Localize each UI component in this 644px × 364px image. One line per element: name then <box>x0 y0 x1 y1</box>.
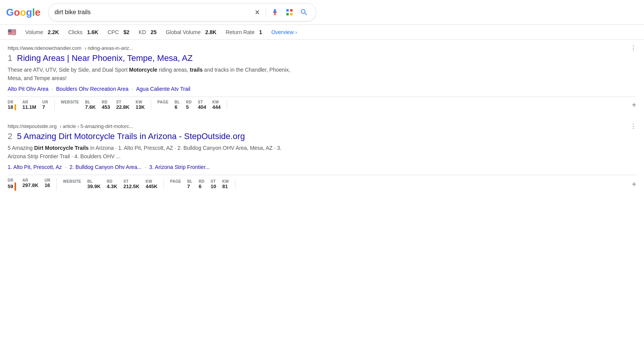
website-label: WEBSITE <box>61 100 79 104</box>
page-label: PAGE <box>170 179 181 184</box>
result-title-link[interactable]: 5 Amazing Dirt Motorcycle Trails in Ariz… <box>17 131 245 141</box>
st-page-value: 212.5K <box>123 184 139 189</box>
result-snippet: 5 Amazing Dirt Motorcycle Trails in Ariz… <box>8 144 295 161</box>
flag-icon: 🇺🇸 <box>8 28 16 36</box>
metric-page: PAGE <box>157 100 168 110</box>
result-url: https://stepoutside.org <box>8 123 57 129</box>
result-menu-dots[interactable]: ⋮ <box>630 44 636 52</box>
bl-page-value: 7.6K <box>85 104 95 110</box>
ar-label: AR <box>22 100 28 104</box>
sitelink[interactable]: 1. Alto Pit, Prescott, Az <box>8 164 62 170</box>
stats-bar: 🇺🇸 Volume 2.2K Clicks 1.6K CPC $2 KD 25 … <box>0 25 644 40</box>
rd-domain-label: RD <box>186 100 192 104</box>
lens-button[interactable] <box>284 7 295 18</box>
bl-domain-value: 7 <box>187 184 190 189</box>
metric-kw-page: KW 445K <box>145 179 157 189</box>
result-number-title: 2 5 Amazing Dirt Motorcycle Trails in Ar… <box>8 131 636 141</box>
page-value <box>170 184 172 189</box>
rd-domain-value: 6 <box>199 184 201 189</box>
result-menu-dots[interactable]: ⋮ <box>630 123 636 130</box>
result-breadcrumb: › article › 5-amazing-dirt-motorc... <box>60 123 133 129</box>
st-domain-label: ST <box>198 100 203 104</box>
metric-group-dr: DR 18 AR 11.1M UR 7 <box>8 100 55 110</box>
kw-page-label: KW <box>145 179 152 184</box>
metric-ar: AR 11.1M <box>22 100 36 110</box>
page-value <box>157 104 159 110</box>
sitelinks: 1. Alto Pit, Prescott, Az · 2. Bulldog C… <box>8 164 636 170</box>
sitelink[interactable]: Boulders Ohv Recreation Area <box>56 86 129 92</box>
cpc-stat: CPC $2 <box>108 29 129 35</box>
metric-bl-domain: BL 6 <box>175 100 180 110</box>
dr-bar <box>15 104 16 110</box>
kw-page-label: KW <box>136 100 142 104</box>
bl-page-label: BL <box>87 179 93 184</box>
bl-page-value: 39.9K <box>87 184 101 189</box>
metric-rd-page: RD 4.3K <box>107 179 117 189</box>
rd-domain-label: RD <box>199 179 204 184</box>
add-button[interactable]: + <box>632 180 636 189</box>
rd-page-value: 453 <box>102 104 110 110</box>
bl-page-label: BL <box>85 100 90 104</box>
voice-search-button[interactable] <box>269 7 281 18</box>
metrics-row: DR 18 AR 11.1M UR 7 WEBSITE <box>8 97 636 110</box>
add-button[interactable]: + <box>632 101 636 110</box>
rd-page-label: RD <box>102 100 108 104</box>
sitelink[interactable]: Agua Caliente Atv Trail <box>136 86 191 92</box>
global-volume-stat: Global Volume 2.8K <box>166 29 217 35</box>
st-page-label: ST <box>123 179 128 184</box>
st-domain-value: 10 <box>211 184 216 189</box>
result-number: 2 <box>8 131 12 141</box>
kw-domain-value: 444 <box>212 104 221 110</box>
kd-label: KD <box>139 29 146 35</box>
dr-label: DR <box>8 100 13 104</box>
result-number: 1 <box>8 53 12 63</box>
result-snippet: These are ATV, UTV, Side by Side, and Du… <box>8 66 295 83</box>
sitelink[interactable]: 2. Bulldog Canyon Ohv Area... <box>70 164 142 170</box>
metric-group-website: WEBSITE BL 7.6K RD 453 ST 22.8K KW 1 <box>61 100 151 110</box>
cpc-label: CPC <box>108 29 119 35</box>
metric-st-domain: ST 404 <box>198 100 206 110</box>
sitelink-separator: · <box>65 164 67 170</box>
metric-website: WEBSITE <box>63 179 81 189</box>
search-submit-button[interactable] <box>298 7 310 18</box>
metric-group-page: PAGE BL 6 RD 5 ST 404 KW 444 <box>157 100 227 110</box>
metric-rd-domain: RD 5 <box>186 100 192 110</box>
clicks-stat: Clicks 1.6K <box>68 29 98 35</box>
global-volume-value: 2.8K <box>205 29 217 35</box>
sitelink-separator: · <box>145 164 146 170</box>
dr-value: 18 <box>8 104 13 110</box>
metric-ar: AR 297.8K <box>22 178 38 188</box>
ur-label: UR <box>44 178 50 182</box>
metric-kw-domain: KW 81 <box>222 179 229 189</box>
sitelinks: Alto Pit Ohv Area · Boulders Ohv Recreat… <box>8 86 636 92</box>
bl-domain-label: BL <box>175 100 180 104</box>
overview-link[interactable]: Overview › <box>271 29 297 35</box>
result-url-row: https://stepoutside.org › article › 5-am… <box>8 123 636 130</box>
svg-rect-0 <box>286 9 288 11</box>
metric-st-page: ST 22.8K <box>116 100 130 110</box>
page-label: PAGE <box>157 100 168 104</box>
kw-page-value: 13K <box>136 104 145 110</box>
bl-domain-label: BL <box>187 179 193 184</box>
result-number-title: 1 Riding Areas | Near Phoenix, Tempe, Me… <box>8 53 636 63</box>
ur-value: 7 <box>42 104 45 110</box>
metric-ur: UR 16 <box>44 178 50 188</box>
metric-rd-domain: RD 6 <box>199 179 204 189</box>
dr-bar <box>15 182 16 191</box>
dr-value: 59 <box>8 184 13 189</box>
kw-page-value: 445K <box>145 184 157 189</box>
metric-rd-page: RD 453 <box>102 100 110 110</box>
sitelink[interactable]: Alto Pit Ohv Area <box>8 86 49 92</box>
result-breadcrumb: › riding-areas-in-ariz... <box>85 45 133 51</box>
dr-value-bar: 59 <box>8 182 16 191</box>
cpc-value: $2 <box>123 29 129 35</box>
google-logo: Google <box>6 7 41 18</box>
rd-page-label: RD <box>107 179 113 184</box>
sitelink[interactable]: 3. Arizona Strip Frontier... <box>149 164 210 170</box>
dr-label: DR <box>8 178 13 182</box>
ur-value: 16 <box>44 182 50 188</box>
clear-button[interactable] <box>252 7 263 18</box>
ar-label: AR <box>22 178 28 182</box>
search-input[interactable]: dirt bike trails <box>55 9 249 16</box>
result-title-link[interactable]: Riding Areas | Near Phoenix, Tempe, Mesa… <box>17 53 193 63</box>
